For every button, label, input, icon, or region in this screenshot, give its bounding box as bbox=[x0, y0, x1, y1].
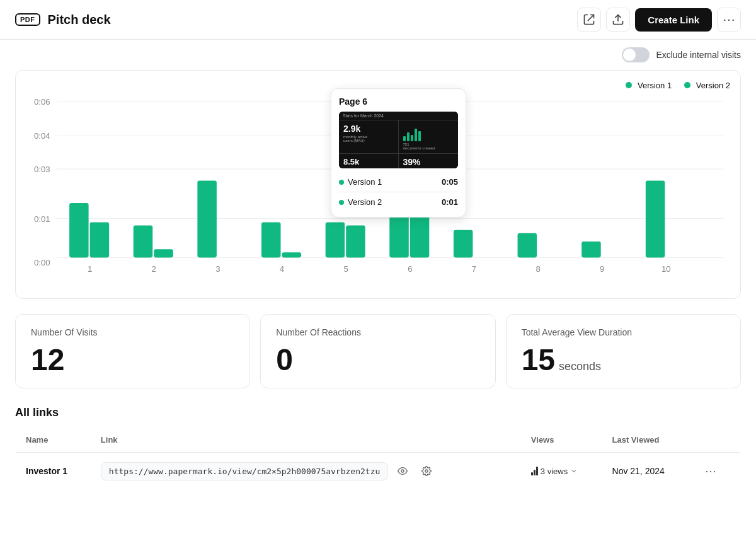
create-link-button[interactable]: Create Link bbox=[635, 8, 712, 32]
bar-p5-v2 bbox=[346, 226, 365, 258]
tooltip-divider bbox=[339, 192, 458, 192]
stat-reactions-value: 0 bbox=[276, 345, 479, 375]
more-options-button[interactable]: ⋯ bbox=[717, 8, 741, 32]
chart-tooltip: Page 6 Stats for March 2024 2.9k monthly… bbox=[331, 88, 466, 218]
upload-icon-button[interactable] bbox=[606, 8, 630, 32]
stat-duration-label: Total Average View Duration bbox=[522, 327, 725, 337]
stat-duration-unit: seconds bbox=[559, 360, 601, 373]
svg-text:0:06: 0:06 bbox=[34, 97, 50, 107]
stat-duration-value: 15 bbox=[522, 345, 555, 375]
svg-text:2: 2 bbox=[152, 264, 156, 274]
links-table-header: Name Link Views Last Viewed bbox=[16, 428, 741, 453]
bar-p5-v1 bbox=[326, 222, 345, 257]
tooltip-preview: Stats for March 2024 2.9k monthly active… bbox=[339, 112, 458, 168]
tooltip-title: Page 6 bbox=[339, 96, 458, 107]
svg-point-22 bbox=[425, 470, 428, 472]
exclude-internal-toggle[interactable] bbox=[622, 47, 650, 62]
all-links-title: All links bbox=[15, 406, 741, 419]
col-link: Link bbox=[91, 428, 521, 453]
stat-visits: Number Of Visits 12 bbox=[15, 314, 250, 388]
link-views[interactable]: 3 views bbox=[521, 453, 602, 490]
bar-p9-v1 bbox=[581, 242, 600, 257]
bar-p7-v1 bbox=[454, 230, 472, 258]
bar-p8-v1 bbox=[518, 233, 537, 258]
stats-row: Number Of Visits 12 Number Of Reactions … bbox=[15, 314, 741, 388]
links-table-body: Investor 1 https://www.papermark.io/view… bbox=[16, 453, 741, 490]
col-last-viewed: Last Viewed bbox=[602, 428, 690, 453]
bar-p10-v1 bbox=[646, 180, 665, 257]
svg-text:6: 6 bbox=[408, 264, 412, 274]
links-table: Name Link Views Last Viewed Investor 1 h… bbox=[15, 427, 741, 490]
exclude-internal-label: Exclude internal visits bbox=[656, 50, 741, 60]
chart-container: Version 1 Version 2 0:06 0:04 0:03 0:01 … bbox=[15, 70, 741, 299]
svg-text:0:00: 0:00 bbox=[34, 258, 50, 267]
svg-text:1: 1 bbox=[88, 264, 92, 274]
svg-text:10: 10 bbox=[662, 264, 671, 274]
link-last-viewed: Nov 21, 2024 bbox=[602, 453, 690, 490]
svg-text:4: 4 bbox=[280, 264, 284, 274]
settings-link-button[interactable] bbox=[417, 462, 436, 480]
bar-p4-v2 bbox=[282, 252, 301, 257]
tooltip-version1-row: Version 1 0:05 bbox=[339, 175, 458, 189]
legend-dot-v1 bbox=[626, 82, 632, 88]
bar-p1-v2 bbox=[90, 222, 109, 257]
tooltip-version2-row: Version 2 0:01 bbox=[339, 195, 458, 209]
legend-version2: Version 2 bbox=[684, 81, 730, 90]
svg-text:7: 7 bbox=[472, 264, 476, 274]
main-content: Version 1 Version 2 0:06 0:04 0:03 0:01 … bbox=[0, 70, 756, 505]
bar-p3-v1 bbox=[197, 180, 216, 257]
share-icon-button[interactable] bbox=[577, 8, 601, 32]
bar-p1-v1 bbox=[69, 203, 88, 257]
stat-reactions: Number Of Reactions 0 bbox=[260, 314, 495, 388]
tooltip-dot-v2 bbox=[339, 200, 344, 205]
link-url: https://www.papermark.io/view/cm2×5p2h00… bbox=[101, 462, 388, 480]
toolbar: Exclude internal visits bbox=[0, 40, 756, 70]
legend-dot-v2 bbox=[684, 82, 690, 88]
col-actions bbox=[690, 428, 740, 453]
bar-p4-v1 bbox=[261, 222, 280, 257]
svg-text:3: 3 bbox=[215, 264, 220, 274]
chart-legend: Version 1 Version 2 bbox=[626, 81, 730, 90]
table-row: Investor 1 https://www.papermark.io/view… bbox=[16, 453, 741, 490]
pdf-badge: PDF bbox=[15, 13, 40, 26]
stat-duration: Total Average View Duration 15 seconds bbox=[506, 314, 741, 388]
link-name: Investor 1 bbox=[16, 453, 91, 490]
chevron-down-icon bbox=[570, 467, 578, 475]
header: PDF Pitch deck Create Link ⋯ bbox=[0, 0, 756, 40]
svg-text:0:01: 0:01 bbox=[34, 214, 50, 224]
stat-reactions-label: Number Of Reactions bbox=[276, 327, 479, 337]
stat-visits-label: Number Of Visits bbox=[31, 327, 234, 337]
page-title: Pitch deck bbox=[48, 13, 570, 27]
copy-link-button[interactable] bbox=[393, 462, 412, 480]
views-bars-icon bbox=[531, 467, 538, 475]
header-actions: Create Link ⋯ bbox=[577, 8, 741, 32]
svg-text:5: 5 bbox=[344, 264, 348, 274]
legend-version1: Version 1 bbox=[626, 81, 672, 90]
svg-text:9: 9 bbox=[600, 264, 604, 274]
link-row-actions: ⋯ bbox=[690, 453, 740, 490]
stat-visits-value: 12 bbox=[31, 345, 234, 375]
col-views: Views bbox=[521, 428, 602, 453]
col-name: Name bbox=[16, 428, 91, 453]
link-url-cell: https://www.papermark.io/view/cm2×5p2h00… bbox=[91, 453, 521, 490]
bar-p2-v1 bbox=[134, 226, 152, 258]
svg-text:8: 8 bbox=[536, 264, 540, 274]
svg-text:0:03: 0:03 bbox=[34, 165, 50, 174]
svg-text:0:04: 0:04 bbox=[34, 131, 50, 141]
tooltip-dot-v1 bbox=[339, 180, 344, 185]
row-more-button[interactable]: ⋯ bbox=[700, 462, 721, 480]
tooltip-preview-header: Stats for March 2024 bbox=[339, 112, 458, 120]
bar-p2-v2 bbox=[154, 249, 173, 257]
svg-point-21 bbox=[401, 470, 404, 472]
